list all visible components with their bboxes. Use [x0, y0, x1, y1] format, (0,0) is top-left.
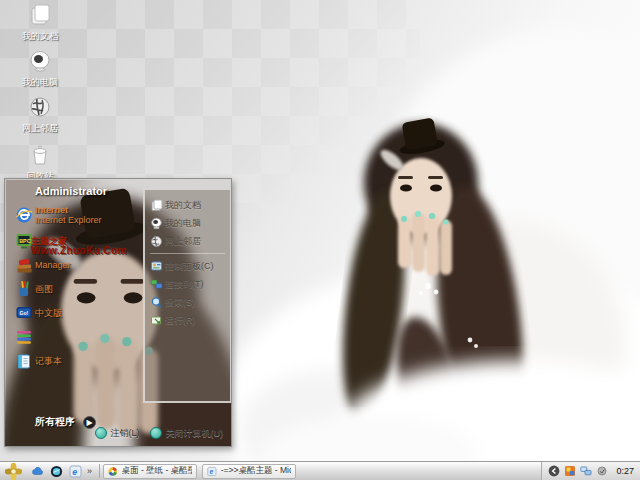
globe-app-icon[interactable]	[49, 464, 63, 478]
recycle-bin-icon	[4, 142, 76, 168]
menu-item-label: 搜索(S)	[165, 296, 195, 309]
tray-app-icon[interactable]	[564, 465, 576, 477]
menu-item-label: 我的电脑	[165, 217, 201, 230]
start-menu-right-column: 我的文档 我的电脑 网上邻居 控制面板(C)	[143, 188, 232, 403]
start-flower-icon	[5, 463, 22, 480]
menu-item-label: Manager	[35, 260, 71, 270]
internet-explorer-icon: e	[207, 466, 217, 477]
start-menu-item-search[interactable]: 搜索(S)	[148, 293, 227, 311]
menu-item-sublabel: Internet Explorer	[35, 215, 102, 225]
tray-status-icon[interactable]	[596, 465, 608, 477]
search-icon	[148, 295, 165, 310]
menu-item-label: 画图	[35, 284, 53, 294]
task-button-wallpaper-window[interactable]: 桌面 - 壁纸 - 桌酷壁...	[103, 464, 197, 479]
menu-item-label: 网上邻居	[165, 235, 201, 248]
start-menu-item-paint[interactable]: 画图	[13, 277, 141, 301]
taskbar-clock: 0:27	[616, 466, 634, 476]
my-computer-icon	[148, 216, 165, 231]
desktop-icon-label: 我的文档	[4, 30, 76, 43]
pencil-cup-icon	[13, 279, 35, 299]
start-menu-footer: 注销(L) 关闭计算机(U)	[5, 424, 231, 442]
quick-launch-overflow-chevron[interactable]: »	[87, 466, 92, 476]
equalizer-icon	[13, 327, 35, 347]
control-panel-icon	[148, 259, 165, 274]
system-tray: 0:27	[541, 462, 640, 480]
books-icon	[13, 255, 35, 275]
menu-item-label: 我的文档	[165, 199, 201, 212]
internet-explorer-icon	[13, 205, 35, 225]
notepad-icon	[13, 351, 35, 371]
quick-launch: e »	[26, 464, 96, 478]
menu-item-label: 记事本	[35, 356, 62, 366]
svg-text:e: e	[72, 467, 77, 477]
power-icon	[150, 427, 162, 439]
network-places-icon	[148, 234, 165, 249]
turn-off-computer-button[interactable]: 关闭计算机(U)	[150, 427, 224, 440]
start-menu: Administrator InternetInternet Explorer …	[4, 178, 232, 447]
svg-text:Go!: Go!	[20, 310, 29, 316]
log-off-label: 注销(L)	[111, 427, 140, 440]
svg-text:e: e	[209, 468, 213, 475]
media-player-icon: Go!	[13, 303, 35, 323]
task-button-ie-window[interactable]: e -=>>桌酷主题 - Mic...	[202, 464, 296, 479]
start-menu-item-run[interactable]: 运行(R)	[148, 311, 227, 329]
taskbar: e » 桌面 - 壁纸 - 桌酷壁... e -=>>桌酷主题 - Mic...	[0, 461, 640, 480]
start-menu-item-equalizer[interactable]	[13, 325, 141, 349]
start-menu-item-my-documents[interactable]: 我的文档	[148, 196, 227, 214]
menu-item-label: 中文版	[35, 308, 62, 318]
task-button-label: 桌面 - 壁纸 - 桌酷壁...	[122, 465, 193, 477]
desktop: 我的文档 我的电脑 网上邻居 回收站 Administrator	[0, 0, 640, 480]
turn-off-label: 关闭计算机(U)	[166, 427, 224, 440]
start-menu-item-bpc[interactable]: BPC	[13, 229, 141, 253]
log-off-button[interactable]: 注销(L)	[95, 427, 140, 440]
desktop-icon-my-computer[interactable]: 我的电脑	[4, 48, 76, 94]
start-menu-item-network-places[interactable]: 网上邻居	[148, 232, 227, 250]
menu-separator	[150, 253, 225, 254]
menu-item-label: 运行(R)	[165, 314, 196, 327]
start-menu-item-control-panel[interactable]: 控制面板(C)	[148, 257, 227, 275]
menu-item-label: Internet	[35, 205, 102, 215]
bpc-monitor-icon: BPC	[13, 231, 35, 251]
start-menu-left-column: InternetInternet Explorer BPC Manager 画图	[13, 201, 141, 373]
start-menu-item-manager[interactable]: Manager	[13, 253, 141, 277]
start-menu-item-connect-to[interactable]: 连接到(T)	[148, 275, 227, 293]
my-documents-icon	[148, 198, 165, 213]
start-menu-item-notepad[interactable]: 记事本	[13, 349, 141, 373]
start-button[interactable]	[0, 462, 26, 480]
start-menu-item-my-computer[interactable]: 我的电脑	[148, 214, 227, 232]
pinwheel-browser-icon	[108, 466, 118, 477]
cloud-app-icon[interactable]	[30, 464, 44, 478]
network-places-icon	[4, 94, 76, 120]
taskbar-divider	[99, 464, 100, 478]
desktop-icon-my-documents[interactable]: 我的文档	[4, 2, 76, 48]
start-menu-item-internet[interactable]: InternetInternet Explorer	[13, 201, 141, 229]
start-menu-item-player[interactable]: Go! 中文版	[13, 301, 141, 325]
desktop-icon-label: 网上邻居	[4, 122, 76, 135]
tray-collapse-chevron-icon[interactable]	[548, 465, 560, 477]
my-computer-icon	[4, 48, 76, 74]
my-documents-icon	[4, 2, 76, 28]
connect-to-icon	[148, 277, 165, 292]
menu-item-label: 控制面板(C)	[165, 260, 214, 273]
log-off-icon	[95, 427, 107, 439]
run-icon	[148, 313, 165, 328]
svg-text:BPC: BPC	[19, 238, 30, 244]
start-menu-username: Administrator	[35, 185, 107, 197]
menu-item-label: 连接到(T)	[165, 278, 204, 291]
desktop-icon-label: 我的电脑	[4, 76, 76, 89]
desktop-icon-network-places[interactable]: 网上邻居	[4, 94, 76, 140]
internet-explorer-quicklaunch-icon[interactable]: e	[68, 464, 82, 478]
task-button-label: -=>>桌酷主题 - Mic...	[221, 465, 291, 477]
tray-network-icon[interactable]	[580, 465, 592, 477]
